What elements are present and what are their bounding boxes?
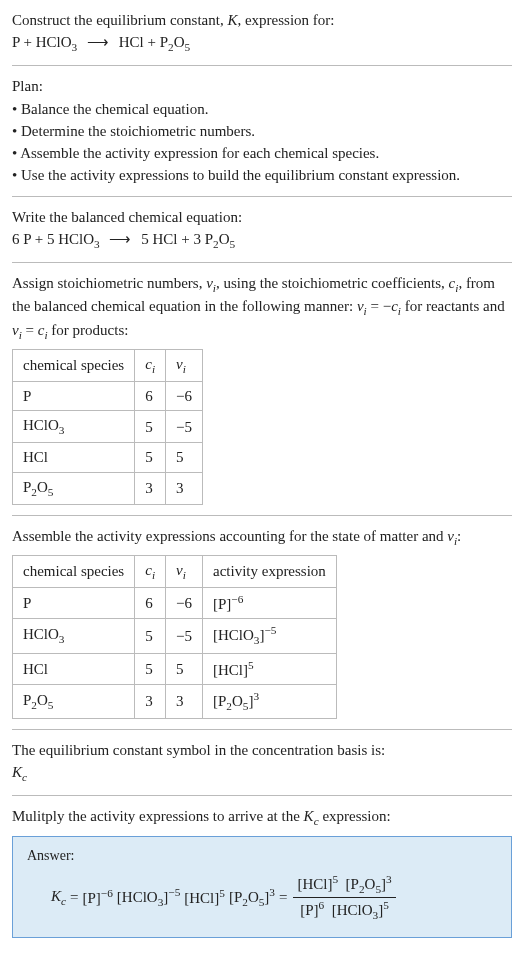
product-hcl: HCl [119,34,144,50]
nu: ν [176,356,183,372]
stoich-t5: for products: [48,322,129,338]
kc-symbol: Kc [12,762,512,785]
ex: HClO [218,627,254,643]
pow: −6 [101,887,113,899]
multiply-t1: Mulitply the activity expressions to arr… [12,808,304,824]
divider [12,515,512,516]
table-row: HClO3 5 −5 [HClO3]−5 [13,619,337,653]
p: P [305,902,313,918]
pow: 5 [383,899,389,911]
table-row: HClO3 5 −5 [13,411,203,443]
ex: HCl [218,662,243,678]
activity-table: chemical species ci νi activity expressi… [12,555,337,719]
sp: HClO [23,417,59,433]
sub3: 3 [94,238,100,250]
species-o: O [219,231,230,247]
col-species: chemical species [13,555,135,587]
pow: 5 [332,873,338,885]
p: P [87,890,95,906]
divider [12,729,512,730]
col-species: chemical species [13,349,135,381]
coef-hcl: 5 [141,231,149,247]
pow: −6 [231,593,243,605]
cell-ci: 5 [135,653,166,684]
plan-bullet-1: • Balance the chemical equation. [12,99,512,119]
col-nui: νi [166,555,203,587]
species-p: P [20,231,32,247]
cell-nui: −6 [166,381,203,410]
pow: 5 [248,659,254,671]
product-p: P [160,34,168,50]
cell-species: HClO3 [13,619,135,653]
plus: + [144,34,160,50]
table-row: P2O5 3 3 [13,472,203,504]
cell-nui: 5 [166,443,203,472]
sub-i: i [152,363,155,375]
hcl: HCl [189,890,214,906]
cell-nui: −5 [166,411,203,443]
cell-nui: −6 [166,588,203,619]
divider [12,795,512,796]
sub: 3 [59,633,65,645]
divider [12,196,512,197]
stoich-eq2: = [22,322,38,338]
term-p2o5: [P2O5]3 [229,885,275,910]
table-row: P 6 −6 [13,381,203,410]
cell-activity: [P]−6 [202,588,336,619]
coef-p2o5: 3 [193,231,201,247]
species-p2: P [201,231,213,247]
cell-species: HCl [13,443,135,472]
cell-species: P2O5 [13,684,135,718]
c: c [145,562,152,578]
col-nui: νi [166,349,203,381]
col-ci: ci [135,349,166,381]
cell-ci: 5 [135,619,166,653]
cell-nui: 3 [166,684,203,718]
c: c [145,356,152,372]
col-ci: ci [135,555,166,587]
pow: −5 [168,886,180,898]
sub: 3 [59,424,65,436]
sub5: 5 [230,238,236,250]
divider [12,65,512,66]
sp: P [23,595,31,611]
activity-t2: : [457,528,461,544]
denominator: [P]6 [HClO3]5 [293,898,395,923]
table-header-row: chemical species ci νi [13,349,203,381]
hclo: HClO [122,889,158,905]
table-header-row: chemical species ci νi activity expressi… [13,555,337,587]
nu: ν [357,298,364,314]
coef-hclo3: 5 [47,231,55,247]
sp: HClO [23,626,59,642]
table-row: HCl 5 5 [13,443,203,472]
k: K [51,888,61,904]
sub-c: c [61,895,66,907]
sub: 5 [48,486,54,498]
plus: + [20,34,36,50]
cell-activity: [HCl]5 [202,653,336,684]
cell-species: HCl [13,653,135,684]
p: P [351,876,359,892]
answer-label: Answer: [27,847,497,866]
arrow-icon: ⟶ [109,231,131,247]
stoich-t2: , using the stoichiometric coefficients, [216,275,449,291]
kc-expression: Kc = [P]−6 [HClO3]−5 [HCl]5 [P2O5]3 = [H… [51,872,497,923]
sp: P [23,388,31,404]
k: K [304,808,314,824]
plan-bullet-2: • Determine the stoichiometric numbers. [12,121,512,141]
pow: 5 [219,887,225,899]
sub-c: c [22,771,27,783]
sub: 5 [48,699,54,711]
activity-t1: Assemble the activity expressions accoun… [12,528,447,544]
table-row: HCl 5 5 [HCl]5 [13,653,337,684]
pow: 3 [386,873,392,885]
nu: ν [447,528,454,544]
cell-species: P [13,588,135,619]
table-row: P2O5 3 3 [P2O5]3 [13,684,337,718]
k: K [12,764,22,780]
col-activity: activity expression [202,555,336,587]
sp: O [37,692,48,708]
unbalanced-equation: P + HClO3 ⟶ HCl + P2O5 [12,32,512,55]
coef-p: 6 [12,231,20,247]
stoich-intro: Assign stoichiometric numbers, νi, using… [12,273,512,343]
